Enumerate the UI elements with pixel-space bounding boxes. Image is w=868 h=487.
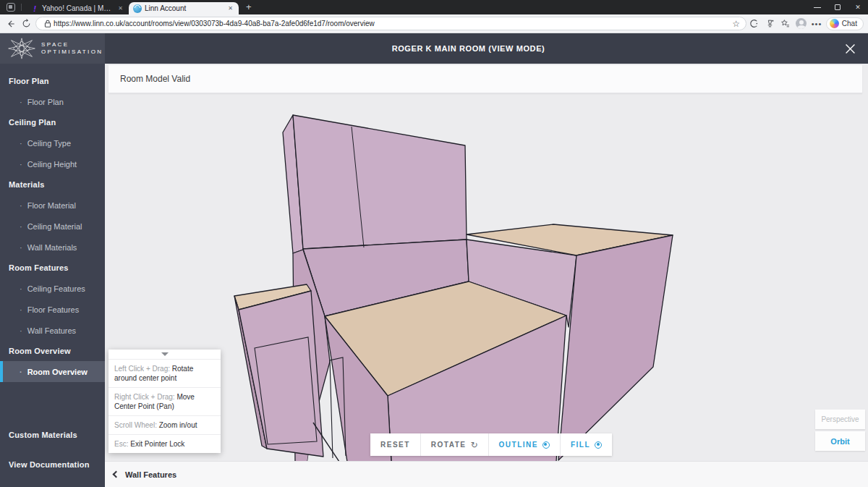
- refresh-button[interactable]: [19, 17, 35, 30]
- sidebar-item-label: Floor Material: [27, 201, 76, 210]
- browser-titlebar: !Yahoo! Canada | Mail, Weather, Se✕Linn …: [0, 0, 868, 14]
- sidebar-item-floor-features[interactable]: ·Floor Features: [0, 299, 105, 320]
- sidebar-item-label: Materials: [9, 180, 45, 189]
- sidebar-item-wall-features[interactable]: ·Wall Features: [0, 320, 105, 341]
- bullet-icon: ·: [20, 368, 22, 376]
- radio-on-icon: [595, 441, 602, 449]
- status-banner-text: Room Model Valid: [120, 74, 190, 84]
- view-toolbar: RESETROTATE↻OUTLINEFILL: [370, 433, 612, 456]
- copilot-chat-button[interactable]: Chat: [826, 17, 864, 30]
- sidebar-footer: Custom MaterialsView Documentation: [0, 425, 105, 487]
- sidebar-item-label: Custom Materials: [9, 431, 77, 439]
- browser-essentials-icon[interactable]: [746, 17, 762, 30]
- help-panel: Left Click + Drag: Rotate around center …: [109, 350, 221, 453]
- window-close-button[interactable]: ✕: [848, 0, 868, 14]
- tab-title: Linn Account: [145, 4, 224, 12]
- sidebar-item-ceiling-type[interactable]: ·Ceiling Type: [0, 132, 105, 153]
- sidebar-item-label: Ceiling Type: [27, 139, 71, 148]
- sidebar-item-room-overview[interactable]: ·Room Overview: [0, 361, 105, 382]
- url-text[interactable]: https://www.linn.co.uk/account/rooms/vie…: [54, 20, 732, 27]
- browser-menu-button[interactable]: •••: [809, 17, 825, 30]
- bullet-icon: ·: [20, 201, 22, 210]
- sidebar-item-label: Room Overview: [27, 368, 88, 376]
- extensions-icon[interactable]: [762, 17, 778, 30]
- sidebar-item-label: Room Overview: [9, 347, 71, 355]
- chevron-left-icon: [113, 471, 120, 478]
- avatar-icon: [796, 18, 807, 29]
- sidebar-item-ceiling-features[interactable]: ·Ceiling Features: [0, 278, 105, 299]
- yahoo-favicon-icon: !: [30, 4, 39, 13]
- sidebar-item-custom-materials[interactable]: Custom Materials: [0, 425, 105, 445]
- favorite-star-icon[interactable]: ☆: [732, 20, 740, 28]
- back-link[interactable]: Wall Features: [114, 470, 176, 479]
- sidebar-item-view-documentation[interactable]: View Documentation: [0, 454, 105, 475]
- browser-tab-linn-account[interactable]: Linn Account✕: [129, 2, 239, 14]
- back-arrow-icon: [6, 19, 16, 29]
- bullet-icon: ·: [20, 305, 22, 314]
- fill-label: FILL: [571, 441, 590, 449]
- sidebar-item-label: Ceiling Height: [27, 160, 77, 169]
- close-icon: [844, 43, 856, 55]
- window-minimize-button[interactable]: [807, 0, 827, 14]
- chevron-down-icon: [161, 352, 169, 356]
- copilot-label: Chat: [842, 20, 857, 27]
- help-key: Esc:: [114, 440, 130, 448]
- collections-icon[interactable]: [778, 17, 793, 30]
- sidebar-item-ceiling-material[interactable]: ·Ceiling Material: [0, 216, 105, 237]
- sidebar-items: Floor Plan·Floor PlanCeiling Plan·Ceilin…: [0, 71, 105, 382]
- browser-tab-yahoo-canada-mail-weathe[interactable]: !Yahoo! Canada | Mail, Weather, Se✕: [26, 2, 129, 14]
- help-value: Zoom in/out: [159, 421, 197, 429]
- outline-label: OUTLINE: [499, 441, 538, 449]
- sidebar-item-label: Floor Plan: [27, 98, 64, 106]
- sidebar-item-room-features-section[interactable]: Room Features: [0, 258, 105, 278]
- tab-actions-icon[interactable]: [7, 3, 15, 12]
- refresh-icon: [22, 19, 31, 28]
- back-button[interactable]: [3, 17, 19, 30]
- address-bar[interactable]: https://www.linn.co.uk/account/rooms/vie…: [35, 17, 746, 30]
- bottom-nav: Wall Features: [105, 461, 868, 487]
- sidebar-item-wall-materials[interactable]: ·Wall Materials: [0, 237, 105, 258]
- sidebar-item-ceiling-plan-section[interactable]: Ceiling Plan: [0, 112, 105, 132]
- reset-button[interactable]: RESET: [370, 433, 421, 456]
- sidebar-item-floor-material[interactable]: ·Floor Material: [0, 195, 105, 216]
- tab-close-icon[interactable]: ✕: [116, 5, 124, 12]
- orbit-button[interactable]: Orbit: [815, 431, 865, 451]
- sidebar-item-materials-section[interactable]: Materials: [0, 174, 105, 195]
- profile-avatar[interactable]: [793, 17, 809, 30]
- rotate-button[interactable]: ROTATE↻: [421, 433, 489, 456]
- sidebar-item-label: Floor Features: [27, 305, 80, 314]
- window-restore-button[interactable]: [827, 0, 848, 14]
- app-logo: SPACE OPTIMISATION: [0, 33, 105, 64]
- sidebar-item-label: Ceiling Features: [27, 284, 85, 293]
- sidebar-item-label: Wall Features: [27, 326, 76, 335]
- status-banner: Room Model Valid: [109, 65, 862, 93]
- restore-icon: [835, 4, 841, 10]
- sidebar-item-floor-plan[interactable]: ·Floor Plan: [0, 91, 105, 112]
- scene-face-right-box-right-wall: [558, 235, 673, 460]
- sidebar-nav: Floor Plan·Floor PlanCeiling Plan·Ceilin…: [0, 64, 105, 487]
- bullet-icon: ·: [20, 98, 22, 106]
- outline-button[interactable]: OUTLINE: [489, 433, 561, 456]
- help-row-left-click-drag: Left Click + Drag: Rotate around center …: [109, 359, 221, 387]
- sidebar-item-label: Room Features: [9, 263, 69, 272]
- sidebar-item-label: Wall Materials: [27, 243, 77, 252]
- perspective-button[interactable]: Perspective: [815, 410, 865, 429]
- new-tab-button[interactable]: +: [239, 0, 259, 14]
- sidebar-item-floor-plan-section[interactable]: Floor Plan: [0, 71, 105, 91]
- help-key: Left Click + Drag:: [114, 365, 172, 373]
- fill-button[interactable]: FILL: [561, 433, 612, 456]
- close-view-button[interactable]: [832, 43, 868, 55]
- help-key: Right Click + Drag:: [114, 393, 176, 401]
- help-row-esc: Esc: Exit Pointer Lock: [109, 434, 221, 453]
- collapse-help-button[interactable]: [109, 350, 221, 359]
- tab-close-icon[interactable]: ✕: [226, 5, 234, 12]
- bullet-icon: ·: [20, 139, 22, 148]
- titlebar-divider: [21, 4, 22, 11]
- sidebar-item-ceiling-height[interactable]: ·Ceiling Height: [0, 153, 105, 174]
- bullet-icon: ·: [20, 326, 22, 335]
- bullet-icon: ·: [20, 222, 22, 231]
- sidebar-item-room-overview-section[interactable]: Room Overview: [0, 341, 105, 361]
- help-rows: Left Click + Drag: Rotate around center …: [109, 359, 221, 453]
- rotate-icon: ↻: [470, 440, 477, 450]
- tab-title: Yahoo! Canada | Mail, Weather, Se: [42, 4, 114, 12]
